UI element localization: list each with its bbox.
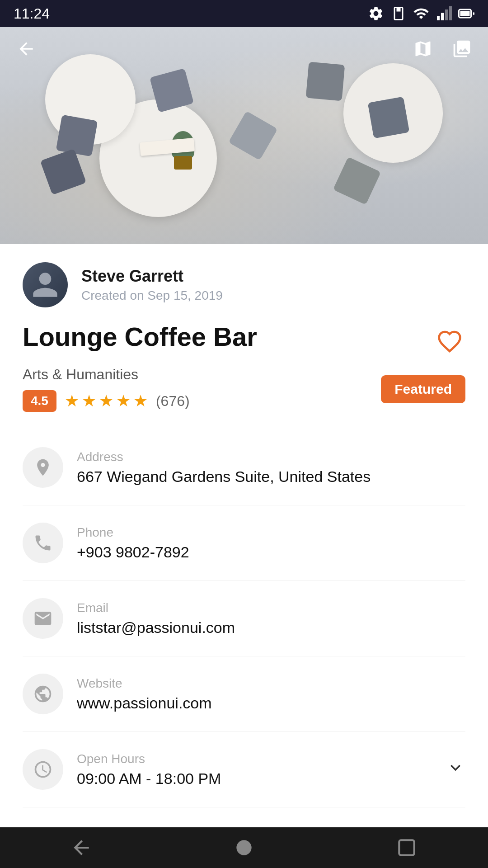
address-label: Address <box>77 450 465 464</box>
favorite-button[interactable] <box>434 326 465 357</box>
map-icon <box>413 39 433 59</box>
website-label: Website <box>77 676 465 691</box>
svg-rect-4 <box>449 6 452 21</box>
hours-label: Open Hours <box>77 752 432 766</box>
meta-left: Arts & Humanities 4.5 ★ ★ ★ ★ ★ (676) <box>23 366 190 412</box>
meta-row: Arts & Humanities 4.5 ★ ★ ★ ★ ★ (676) Fe… <box>23 366 465 412</box>
pot <box>174 156 192 170</box>
author-date: Created on Sep 15, 2019 <box>81 288 223 303</box>
nav-home-button[interactable] <box>226 830 262 866</box>
chair-6 <box>228 111 277 160</box>
nav-home-icon <box>233 836 255 859</box>
status-bar: 11:24 <box>0 0 488 27</box>
website-icon-circle <box>23 674 63 714</box>
hero-image <box>0 27 488 244</box>
email-icon <box>33 609 53 628</box>
signal-icon <box>436 5 452 22</box>
content-area: Steve Garrett Created on Sep 15, 2019 Lo… <box>0 244 488 868</box>
email-value: liststar@passionui.com <box>77 619 465 637</box>
phone-icon <box>33 533 53 553</box>
svg-rect-2 <box>441 13 444 21</box>
chair-4 <box>333 157 381 205</box>
review-count: (676) <box>156 393 190 410</box>
svg-rect-1 <box>437 16 440 20</box>
status-icons <box>368 5 474 22</box>
website-value: www.passionui.com <box>77 694 465 712</box>
chair-5 <box>368 97 410 139</box>
location-icon <box>33 458 53 477</box>
back-arrow-icon <box>16 39 36 59</box>
back-button[interactable] <box>14 36 39 61</box>
svg-rect-8 <box>399 840 414 855</box>
globe-icon <box>33 684 53 704</box>
star-3: ★ <box>99 392 113 410</box>
email-icon-circle <box>23 598 63 639</box>
svg-rect-6 <box>460 11 470 16</box>
avatar-silhouette <box>27 267 63 303</box>
hero-nav <box>0 27 488 71</box>
wifi-icon <box>413 5 429 22</box>
email-item[interactable]: Email liststar@passionui.com <box>23 581 465 656</box>
author-avatar <box>23 262 68 307</box>
svg-point-7 <box>236 840 251 855</box>
rating-row: 4.5 ★ ★ ★ ★ ★ (676) <box>23 390 190 412</box>
heart-icon <box>437 329 462 354</box>
phone-icon-circle <box>23 523 63 563</box>
nav-back-button[interactable] <box>63 830 99 866</box>
phone-text: Phone +903 9802-7892 <box>77 525 465 561</box>
phone-value: +903 9802-7892 <box>77 543 465 561</box>
hours-text: Open Hours 09:00 AM - 18:00 PM <box>77 752 432 788</box>
map-button[interactable] <box>410 36 436 61</box>
website-item[interactable]: Website www.passionui.com <box>23 656 465 732</box>
star-4: ★ <box>116 392 131 410</box>
author-section: Steve Garrett Created on Sep 15, 2019 <box>23 244 465 321</box>
category-label: Arts & Humanities <box>23 366 190 383</box>
author-name: Steve Garrett <box>81 267 223 286</box>
email-text: Email liststar@passionui.com <box>77 601 465 637</box>
address-value: 667 Wiegand Gardens Suite, United States <box>77 468 465 486</box>
rating-badge: 4.5 <box>23 390 56 412</box>
status-time: 11:24 <box>14 5 50 22</box>
chair-2 <box>56 115 98 157</box>
author-info: Steve Garrett Created on Sep 15, 2019 <box>81 267 223 303</box>
star-half: ★ <box>133 392 148 410</box>
nav-recent-button[interactable] <box>389 830 425 866</box>
clock-icon <box>33 760 53 779</box>
email-label: Email <box>77 601 465 615</box>
hours-value: 09:00 AM - 18:00 PM <box>77 770 432 788</box>
star-1: ★ <box>65 392 79 410</box>
website-text: Website www.passionui.com <box>77 676 465 712</box>
settings-icon <box>368 5 384 22</box>
address-item: Address 667 Wiegand Gardens Suite, Unite… <box>23 430 465 505</box>
hours-icon-circle <box>23 749 63 790</box>
nav-recent-icon <box>395 836 418 859</box>
battery-icon <box>458 5 474 22</box>
gallery-icon <box>452 39 472 59</box>
hero-nav-right <box>410 36 474 61</box>
chair-3 <box>40 149 87 195</box>
hours-item[interactable]: Open Hours 09:00 AM - 18:00 PM <box>23 732 465 807</box>
gallery-button[interactable] <box>449 36 474 61</box>
address-text: Address 667 Wiegand Gardens Suite, Unite… <box>77 450 465 486</box>
chevron-down-icon <box>446 758 465 778</box>
bottom-nav-bar <box>0 827 488 868</box>
memory-icon <box>390 5 407 22</box>
star-rating: ★ ★ ★ ★ ★ <box>65 392 148 410</box>
place-title: Lounge Coffee Bar <box>23 321 257 353</box>
hours-expand-button[interactable] <box>446 758 465 782</box>
phone-item[interactable]: Phone +903 9802-7892 <box>23 505 465 581</box>
featured-badge: Featured <box>381 375 465 403</box>
address-icon-circle <box>23 447 63 488</box>
place-title-row: Lounge Coffee Bar <box>23 321 465 357</box>
svg-line-0 <box>425 9 428 12</box>
star-2: ★ <box>82 392 96 410</box>
nav-back-icon <box>70 836 93 859</box>
svg-rect-3 <box>445 9 448 20</box>
phone-label: Phone <box>77 525 465 540</box>
